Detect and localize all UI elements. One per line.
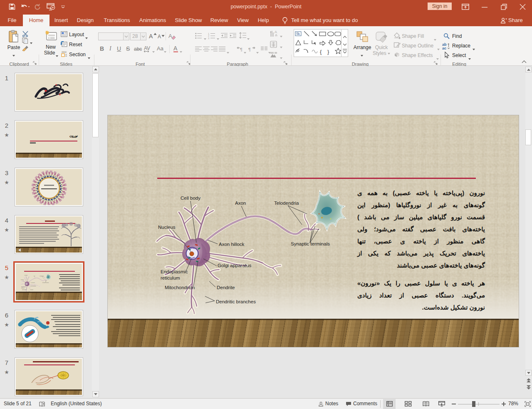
svg-text:A: A <box>168 33 172 39</box>
svg-text:Mitochondrion: Mitochondrion <box>165 285 195 290</box>
svg-text:Axon: Axon <box>235 201 246 206</box>
svg-text:Nucleus: Nucleus <box>158 225 176 230</box>
svg-text:Telodendria: Telodendria <box>274 201 299 206</box>
svg-text:3: 3 <box>208 37 209 40</box>
svg-text:Dendritic branches: Dendritic branches <box>216 299 256 304</box>
svg-text:Endoplasmic: Endoplasmic <box>161 269 188 274</box>
svg-text:Golgi apparatus: Golgi apparatus <box>218 263 251 268</box>
svg-text:ac: ac <box>442 46 446 50</box>
svg-text:¶: ¶ <box>248 47 251 52</box>
svg-text:}: } <box>327 49 329 55</box>
svg-text:reticulum: reticulum <box>161 275 180 280</box>
svg-text:Cell body: Cell body <box>181 196 200 201</box>
svg-text:Axon hillock: Axon hillock <box>219 242 245 247</box>
svg-text:{: { <box>320 49 322 55</box>
svg-text:Synaptic terminals: Synaptic terminals <box>291 241 330 246</box>
svg-text:A: A <box>298 32 300 35</box>
svg-text:Dendrite: Dendrite <box>217 285 235 290</box>
svg-text:A: A <box>275 30 277 34</box>
svg-text:¶: ¶ <box>240 47 242 52</box>
